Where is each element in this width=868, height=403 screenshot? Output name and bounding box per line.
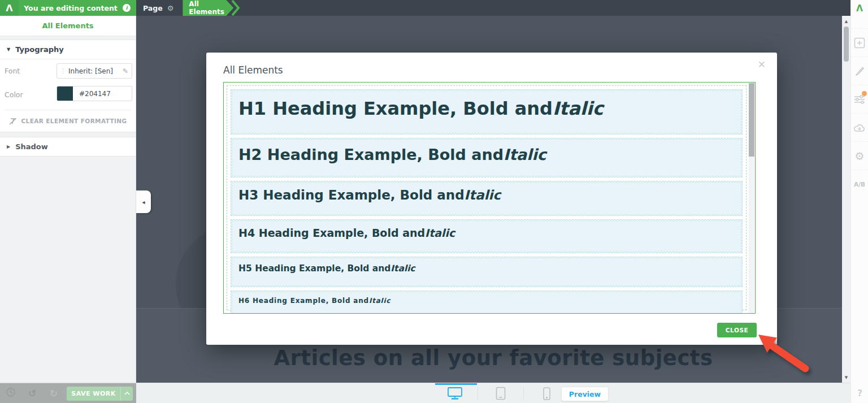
h3-example-italic: Italic bbox=[465, 188, 501, 202]
color-swatch[interactable] bbox=[57, 86, 73, 101]
chevron-down-icon: ▼ bbox=[7, 47, 10, 52]
page-settings-gear-icon[interactable]: ⚙ bbox=[167, 4, 174, 12]
canvas-scrollbar-thumb[interactable] bbox=[844, 27, 849, 62]
undo-icon: ↺ bbox=[28, 388, 36, 399]
notification-dot bbox=[862, 91, 867, 96]
h2-example-text: H2 Heading Example, Bold and bbox=[238, 146, 504, 163]
canvas-tab-bar: Page ⚙ All Elements bbox=[136, 0, 850, 16]
redo-button[interactable]: ↻ bbox=[43, 388, 64, 399]
properties-sidebar: All Elements ▼ Typography Font ⋮ Inherit… bbox=[0, 16, 136, 383]
h4-example-italic: Italic bbox=[425, 227, 455, 239]
font-value: Inherit: [Sen] bbox=[68, 67, 123, 75]
logo-icon: Λ bbox=[856, 3, 863, 14]
publish-button[interactable] bbox=[851, 113, 868, 141]
sidebar-collapse-button[interactable]: ◂ bbox=[136, 190, 151, 213]
ab-testing-button[interactable]: A/B bbox=[851, 170, 868, 198]
color-row: Color #204147 bbox=[0, 83, 136, 106]
shadow-section: ▶ Shadow bbox=[0, 137, 136, 157]
collapse-arrow-icon: ◂ bbox=[142, 199, 145, 205]
h1-example-text: H1 Heading Example, Bold and bbox=[238, 98, 553, 119]
editing-banner-label: You are editing content bbox=[19, 4, 123, 12]
elements-preview-inner: H1 Heading Example, Bold and Italic H2 H… bbox=[227, 85, 747, 310]
right-toolbar: Λ ⚙ A/B ? bbox=[850, 0, 868, 403]
desktop-icon bbox=[447, 387, 463, 400]
shadow-section-label: Shadow bbox=[15, 142, 48, 151]
h3-example-text: H3 Heading Example, Bold and bbox=[238, 188, 465, 202]
tablet-icon bbox=[496, 387, 506, 400]
elements-preview-area: H1 Heading Example, Bold and Italic H2 H… bbox=[223, 82, 756, 314]
chevron-right-icon: ▶ bbox=[7, 144, 10, 149]
preview-button[interactable]: Preview bbox=[561, 387, 609, 401]
h2-example-italic: Italic bbox=[504, 146, 546, 163]
modal-scrollbar[interactable] bbox=[749, 83, 754, 314]
save-options-caret[interactable] bbox=[120, 387, 133, 401]
paintbrush-icon bbox=[854, 66, 865, 77]
font-input[interactable]: ⋮ Inherit: [Sen] ✎ bbox=[57, 63, 132, 79]
h6-example-block[interactable]: H6 Heading Example, Bold and Italic bbox=[231, 291, 743, 314]
h5-example-text: H5 Heading Example, Bold and bbox=[238, 263, 390, 274]
brand-logo[interactable]: Λ bbox=[0, 0, 19, 16]
color-value-input[interactable]: #204147 bbox=[73, 86, 132, 101]
info-icon[interactable]: i bbox=[123, 4, 131, 12]
h2-example-block[interactable]: H2 Heading Example, Bold and Italic bbox=[231, 138, 743, 177]
modal-scrollbar-thumb[interactable] bbox=[749, 83, 754, 157]
save-work-label: SAVE WORK bbox=[67, 390, 120, 397]
pencil-icon[interactable]: ✎ bbox=[123, 67, 132, 75]
close-icon[interactable]: ✕ bbox=[758, 59, 766, 70]
all-elements-modal: All Elements ✕ H1 Heading Example, Bold … bbox=[206, 53, 777, 345]
help-icon[interactable]: ? bbox=[851, 388, 868, 398]
font-label: Font bbox=[5, 67, 20, 75]
color-label: Color bbox=[5, 90, 23, 99]
bottom-toolbar: ↺ ↻ SAVE WORK bbox=[0, 383, 850, 403]
tab-page[interactable]: Page bbox=[143, 4, 163, 12]
canvas-scrollbar[interactable]: ▲ ▼ bbox=[842, 16, 850, 383]
design-button[interactable] bbox=[851, 57, 868, 85]
clear-formatting-icon bbox=[8, 118, 17, 125]
scroll-up-icon[interactable]: ▲ bbox=[842, 19, 850, 24]
site-settings-button[interactable]: ⚙ bbox=[851, 141, 868, 170]
drag-handle-icon[interactable]: ⋮ bbox=[57, 67, 68, 75]
brand-logo-small[interactable]: Λ bbox=[851, 0, 868, 17]
logo-icon: Λ bbox=[6, 3, 12, 14]
h6-example-text: H6 Heading Example, Bold and bbox=[238, 297, 369, 305]
add-square-icon bbox=[854, 37, 865, 49]
add-element-button[interactable] bbox=[851, 28, 868, 57]
shadow-section-header[interactable]: ▶ Shadow bbox=[0, 137, 136, 156]
h5-example-block[interactable]: H5 Heading Example, Bold and Italic bbox=[231, 257, 743, 287]
desktop-view-button[interactable] bbox=[432, 387, 478, 400]
device-switcher bbox=[432, 385, 569, 401]
typography-section: ▼ Typography Font ⋮ Inherit: [Sen] ✎ Col… bbox=[0, 40, 136, 132]
active-device-indicator bbox=[435, 383, 477, 385]
sidebar-title: All Elements bbox=[0, 16, 136, 36]
history-button[interactable] bbox=[0, 387, 21, 400]
phone-icon bbox=[543, 387, 550, 400]
h6-example-italic: Italic bbox=[369, 297, 390, 305]
history-clock-icon bbox=[6, 387, 16, 397]
ab-testing-icon: A/B bbox=[854, 181, 865, 188]
chevron-up-icon bbox=[124, 392, 130, 395]
edit-banner: Λ You are editing content i bbox=[0, 0, 136, 16]
tutorial-arrow-icon bbox=[746, 328, 819, 380]
h4-example-text: H4 Heading Example, Bold and bbox=[238, 227, 425, 239]
cloud-download-icon bbox=[853, 123, 866, 132]
typography-section-label: Typography bbox=[15, 45, 64, 54]
page-background-heading: Articles on all your favorite subjects bbox=[136, 346, 850, 370]
h1-example-block[interactable]: H1 Heading Example, Bold and Italic bbox=[231, 89, 743, 135]
tablet-view-button[interactable] bbox=[478, 387, 523, 400]
save-work-button[interactable]: SAVE WORK bbox=[67, 387, 133, 401]
h3-example-block[interactable]: H3 Heading Example, Bold and Italic bbox=[231, 181, 743, 216]
undo-button[interactable]: ↺ bbox=[21, 388, 43, 399]
scroll-down-icon[interactable]: ▼ bbox=[842, 375, 850, 380]
tab-all-elements[interactable]: All Elements bbox=[183, 0, 233, 16]
save-toolbar-disabled: ↺ ↻ SAVE WORK bbox=[0, 383, 136, 403]
font-row: Font ⋮ Inherit: [Sen] ✎ bbox=[0, 59, 136, 83]
h4-example-block[interactable]: H4 Heading Example, Bold and Italic bbox=[231, 219, 743, 253]
settings-sliders-button[interactable] bbox=[851, 85, 868, 113]
h1-example-italic: Italic bbox=[553, 98, 604, 119]
typography-section-header[interactable]: ▼ Typography bbox=[0, 40, 136, 59]
editor-window: Λ You are editing content i All Elements… bbox=[0, 0, 868, 403]
gear-icon: ⚙ bbox=[854, 150, 864, 162]
clear-formatting-label: CLEAR ELEMENT FORMATTING bbox=[21, 118, 127, 124]
tab-all-elements-label: All Elements bbox=[189, 0, 233, 16]
clear-element-formatting-button[interactable]: CLEAR ELEMENT FORMATTING bbox=[0, 110, 136, 132]
